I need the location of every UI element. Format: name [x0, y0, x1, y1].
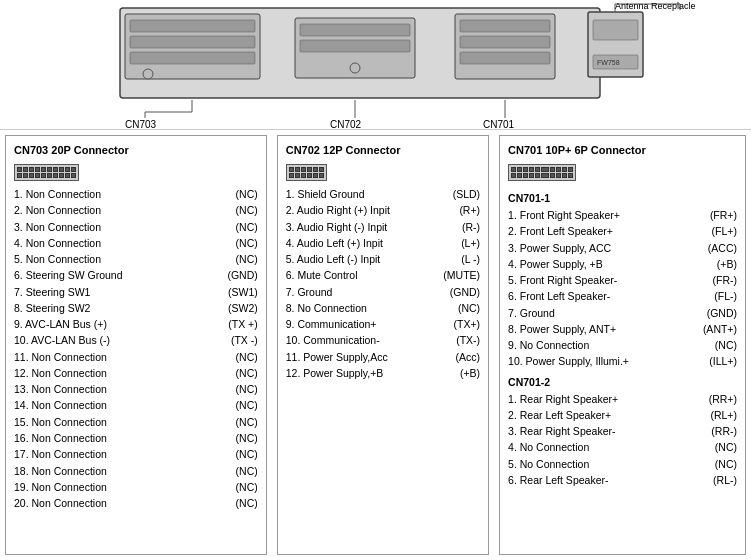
table-row: 6. Mute Control(MUTE)	[286, 267, 480, 283]
svg-rect-12	[460, 36, 550, 48]
svg-text:CN701: CN701	[483, 119, 515, 130]
top-diagram-area: FW758 CN703 CN702 CN701 Antenna Receplac…	[0, 0, 751, 130]
svg-rect-13	[460, 52, 550, 64]
svg-rect-15	[593, 20, 638, 40]
table-row: 11. Power Supply,Acc(Acc)	[286, 349, 480, 365]
cn703-title: CN703 20P Connector	[14, 144, 258, 156]
table-row: 6. Rear Left Speaker-(RL-)	[508, 472, 737, 488]
table-row: 2. Rear Left Speaker+(RL+)	[508, 407, 737, 423]
svg-rect-7	[300, 24, 410, 36]
table-row: 3. Power Supply, ACC(ACC)	[508, 240, 737, 256]
table-row: 12. Power Supply,+B(+B)	[286, 365, 480, 381]
table-row: 1. Shield Ground(SLD)	[286, 186, 480, 202]
svg-rect-2	[130, 20, 255, 32]
table-row: 2. Non Connection(NC)	[14, 202, 258, 218]
svg-text:FW758: FW758	[597, 59, 620, 66]
table-row: 3. Audio Right (-) Inpit(R-)	[286, 219, 480, 235]
svg-text:Antenna Receplacle: Antenna Receplacle	[615, 1, 696, 11]
svg-rect-8	[300, 40, 410, 52]
cn701-sub2-list: 1. Rear Right Speaker+(RR+)2. Rear Left …	[508, 391, 737, 489]
cn701-title: CN701 10P+ 6P Connector	[508, 144, 737, 156]
cn703-pin-list: 1. Non Connection(NC)2. Non Connection(N…	[14, 186, 258, 511]
table-row: 4. No Connection(NC)	[508, 439, 737, 455]
main-content: CN703 20P Connector 1. Non Connection(NC…	[0, 130, 751, 560]
table-row: 1. Non Connection(NC)	[14, 186, 258, 202]
table-row: 13. Non Connection(NC)	[14, 381, 258, 397]
svg-point-5	[143, 69, 153, 79]
svg-text:CN702: CN702	[330, 119, 362, 130]
table-row: 4. Power Supply, +B(+B)	[508, 256, 737, 272]
svg-rect-3	[130, 36, 255, 48]
table-row: 10. AVC-LAN Bus (-)(TX -)	[14, 332, 258, 348]
table-row: 19. Non Connection(NC)	[14, 479, 258, 495]
cn701-sub2-title: CN701-2	[508, 376, 737, 388]
table-row: 15. Non Connection(NC)	[14, 414, 258, 430]
table-row: 3. Rear Right Speaker-(RR-)	[508, 423, 737, 439]
cn701-sub1-list: 1. Front Right Speaker+(FR+)2. Front Lef…	[508, 207, 737, 370]
svg-text:CN703: CN703	[125, 119, 157, 130]
table-row: 4. Non Connection(NC)	[14, 235, 258, 251]
table-row: 6. Steering SW Ground(GND)	[14, 267, 258, 283]
table-row: 10. Communication-(TX-)	[286, 332, 480, 348]
table-row: 5. Audio Left (-) Inpit(L -)	[286, 251, 480, 267]
table-row: 8. Steering SW2(SW2)	[14, 300, 258, 316]
table-row: 2. Audio Right (+) Inpit(R+)	[286, 202, 480, 218]
table-row: 11. Non Connection(NC)	[14, 349, 258, 365]
cn702-title: CN702 12P Connector	[286, 144, 480, 156]
table-row: 6. Front Left Speaker-(FL-)	[508, 288, 737, 304]
table-row: 20. Non Connection(NC)	[14, 495, 258, 511]
table-row: 7. Ground(GND)	[508, 305, 737, 321]
table-row: 8. Power Supply, ANT+(ANT+)	[508, 321, 737, 337]
svg-point-9	[350, 63, 360, 73]
cn701-icon	[508, 164, 576, 181]
panel-cn701: CN701 10P+ 6P Connector CN701-1 1. Front…	[499, 135, 746, 555]
table-row: 9. AVC-LAN Bus (+)(TX +)	[14, 316, 258, 332]
svg-rect-4	[130, 52, 255, 64]
cn702-pin-list: 1. Shield Ground(SLD)2. Audio Right (+) …	[286, 186, 480, 381]
table-row: 7. Ground(GND)	[286, 284, 480, 300]
table-row: 17. Non Connection(NC)	[14, 446, 258, 462]
table-row: 10. Power Supply, Illumi.+(ILL+)	[508, 353, 737, 369]
table-row: 12. Non Connection(NC)	[14, 365, 258, 381]
table-row: 1. Rear Right Speaker+(RR+)	[508, 391, 737, 407]
cn702-icon	[286, 164, 327, 181]
table-row: 14. Non Connection(NC)	[14, 397, 258, 413]
table-row: 16. Non Connection(NC)	[14, 430, 258, 446]
table-row: 5. No Connection(NC)	[508, 456, 737, 472]
table-row: 3. Non Connection(NC)	[14, 219, 258, 235]
svg-rect-11	[460, 20, 550, 32]
table-row: 9. Communication+(TX+)	[286, 316, 480, 332]
cn703-icon	[14, 164, 79, 181]
table-row: 1. Front Right Speaker+(FR+)	[508, 207, 737, 223]
table-row: 2. Front Left Speaker+(FL+)	[508, 223, 737, 239]
table-row: 5. Non Connection(NC)	[14, 251, 258, 267]
table-row: 7. Steering SW1(SW1)	[14, 284, 258, 300]
table-row: 9. No Connection(NC)	[508, 337, 737, 353]
table-row: 18. Non Connection(NC)	[14, 463, 258, 479]
table-row: 5. Front Right Speaker-(FR-)	[508, 272, 737, 288]
table-row: 8. No Connection(NC)	[286, 300, 480, 316]
table-row: 4. Audio Left (+) Inpit(L+)	[286, 235, 480, 251]
cn701-sub1-title: CN701-1	[508, 192, 737, 204]
panel-cn703: CN703 20P Connector 1. Non Connection(NC…	[5, 135, 267, 555]
panel-cn702: CN702 12P Connector 1. Shield Ground(SLD…	[277, 135, 489, 555]
